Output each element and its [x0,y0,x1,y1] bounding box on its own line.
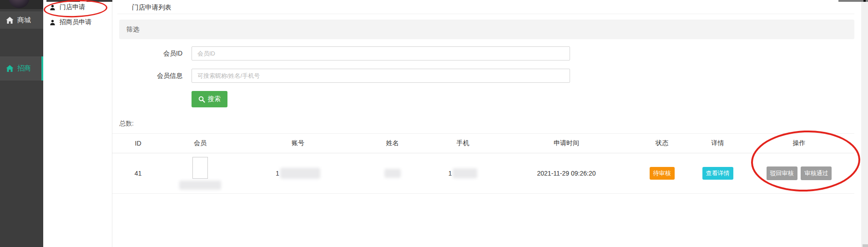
col-header-id: ID [112,134,164,153]
reject-review-button[interactable]: 驳回审核 [767,166,797,180]
masked-nickname [179,181,221,190]
masked-phone [453,168,477,178]
masked-account [280,168,320,179]
cell-account: 1 [237,153,359,194]
filter-panel-header: 筛选 [119,20,854,39]
filter-panel-title: 筛选 [126,25,139,34]
table-row: 41 1 [112,153,854,194]
title-divider [117,14,854,14]
member-info-input[interactable] [192,69,570,83]
clipped-text-remnant [46,0,80,2]
col-header-status: 状态 [632,134,691,153]
sidebar-item-mall[interactable]: 商城 [0,11,43,29]
sidebar-item-label: 门店申请 [60,3,85,11]
sidebar-top-area [0,0,43,9]
cell-id: 41 [112,153,164,194]
masked-name [384,169,401,178]
cell-actions: 驳回审核 审核通过 [744,153,854,194]
col-header-phone: 手机 [425,134,500,153]
secondary-sidebar: 门店申请 招商员申请 [43,0,112,247]
account-prefix: 1 [276,170,279,177]
main-content: 门店申请列表 筛选 会员ID 会员信息 [112,0,861,247]
search-button[interactable]: 搜索 [192,91,227,107]
applications-table: ID 会员 账号 姓名 手机 申请时间 状态 详情 操作 41 [112,133,854,194]
sidebar-item-store-application[interactable]: 门店申请 [43,2,111,13]
search-button-label: 搜索 [208,95,221,103]
phone-prefix: 1 [449,170,452,177]
user-avatar[interactable] [9,0,30,8]
vertical-scrollbar[interactable] [861,1,868,247]
member-avatar-thumbnail[interactable] [192,157,208,179]
cell-detail: 查看详情 [691,153,744,194]
table-header-row: ID 会员 账号 姓名 手机 申请时间 状态 详情 操作 [112,134,854,153]
sidebar-item-recruiter-application[interactable]: 招商员申请 [43,17,111,28]
user-icon [50,20,56,25]
home-icon [6,65,14,72]
sidebar-item-label: 招商 [17,64,31,73]
admin-page: 商城 招商 门店申请 招商员申请 [0,0,868,247]
sidebar-item-label: 招商员申请 [60,18,91,26]
member-info-label: 会员信息 [119,72,182,80]
user-icon [50,5,56,10]
cell-phone: 1 [425,153,500,194]
col-header-account: 账号 [237,134,359,153]
filter-row-member-id: 会员ID [119,46,854,60]
page-title: 门店申请列表 [132,3,172,12]
member-id-input[interactable] [192,46,570,60]
filter-row-member-info: 会员信息 [119,69,854,83]
col-header-actions: 操作 [744,134,854,153]
total-count-label: 总数: [119,120,134,128]
member-id-label: 会员ID [119,50,182,58]
sidebar-item-label: 商城 [17,16,31,25]
cell-member [164,153,237,194]
status-badge: 待审核 [650,167,675,180]
col-header-apply-time: 申请时间 [500,134,632,153]
view-detail-button[interactable]: 查看详情 [702,167,733,180]
search-icon [198,96,205,103]
cell-name [359,153,425,194]
member-avatar-wrap [179,157,221,190]
scrollbar-corner [863,244,868,247]
filter-panel: 筛选 会员ID 会员信息 搜索 [119,20,854,107]
cell-apply-time: 2021-11-29 09:26:20 [500,153,632,194]
col-header-name: 姓名 [359,134,425,153]
primary-sidebar: 商城 招商 [0,0,43,247]
filter-panel-body: 会员ID 会员信息 搜索 [119,39,854,107]
cell-status: 待审核 [632,153,691,194]
col-header-detail: 详情 [691,134,744,153]
approve-review-button[interactable]: 审核通过 [801,166,832,180]
home-icon [6,17,14,24]
clipped-browser-edge-notch [863,0,866,2]
col-header-member: 会员 [164,134,237,153]
sidebar-item-zhaoshang[interactable]: 招商 [0,56,43,81]
